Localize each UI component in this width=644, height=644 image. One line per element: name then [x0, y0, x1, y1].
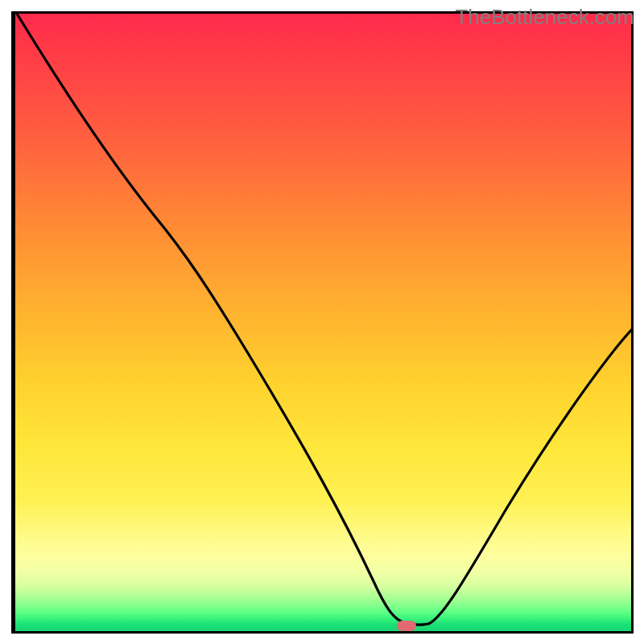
bottleneck-curve-path: [17, 14, 631, 625]
optimal-point-marker: [397, 621, 416, 631]
watermark-text: TheBottleneck.com: [455, 5, 634, 30]
plot-area: [15, 14, 631, 631]
chart-frame: TheBottleneck.com: [0, 0, 644, 644]
plot-border: [11, 11, 634, 634]
curve-svg: [15, 14, 631, 631]
